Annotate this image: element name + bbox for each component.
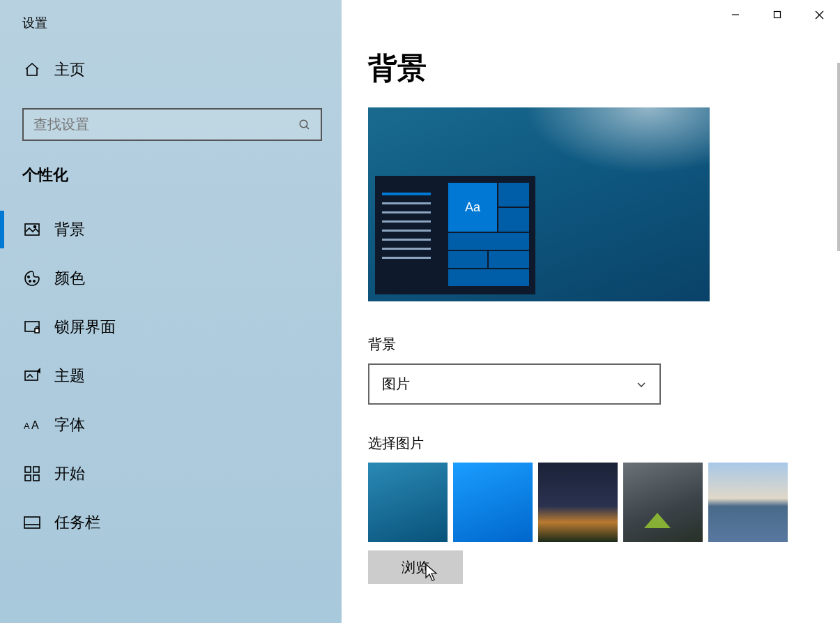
- thumbnail-2[interactable]: [453, 463, 533, 542]
- thumbnail-5[interactable]: [708, 463, 788, 542]
- taskbar-icon: [24, 514, 40, 531]
- nav-label: 颜色: [54, 268, 85, 289]
- nav-label: 任务栏: [54, 512, 100, 533]
- nav-label: 锁屏界面: [54, 317, 116, 338]
- svg-text:A: A: [31, 419, 39, 431]
- search-input[interactable]: [33, 117, 298, 133]
- nav-taskbar[interactable]: 任务栏: [0, 498, 342, 547]
- svg-point-7: [34, 226, 36, 228]
- desktop-preview: Aa: [368, 107, 710, 301]
- close-button[interactable]: [798, 0, 840, 29]
- start-icon: [24, 465, 40, 482]
- palette-icon: [24, 270, 40, 287]
- fonts-icon: AA: [24, 416, 40, 433]
- lockscreen-icon: [24, 319, 40, 336]
- sidebar: 设置 主页 个性化 背景: [0, 0, 342, 623]
- svg-point-9: [29, 280, 31, 282]
- picture-thumbnails: [368, 463, 807, 542]
- svg-point-4: [300, 120, 307, 128]
- svg-rect-18: [25, 475, 31, 481]
- thumbnail-4[interactable]: [623, 463, 703, 542]
- nav-fonts[interactable]: AA 字体: [0, 400, 342, 449]
- thumbnail-1[interactable]: [368, 463, 448, 542]
- background-dropdown[interactable]: 图片: [368, 363, 661, 405]
- scrollbar[interactable]: [837, 63, 840, 251]
- search-box[interactable]: [22, 108, 322, 141]
- nav-label: 开始: [54, 463, 85, 484]
- nav-background[interactable]: 背景: [0, 205, 342, 254]
- svg-rect-20: [24, 517, 40, 528]
- preview-tile-text: Aa: [448, 183, 497, 232]
- nav-label: 主题: [54, 366, 85, 386]
- chevron-down-icon: [636, 379, 647, 390]
- svg-rect-16: [25, 467, 31, 472]
- dropdown-value: 图片: [382, 375, 410, 393]
- themes-icon: [24, 368, 40, 384]
- nav-label: 背景: [54, 219, 85, 240]
- svg-text:A: A: [24, 421, 30, 431]
- app-title: 设置: [0, 3, 342, 51]
- background-field-label: 背景: [368, 335, 807, 354]
- minimize-button[interactable]: [715, 0, 756, 29]
- page-heading: 背景: [368, 49, 807, 88]
- window-controls: [715, 0, 840, 29]
- home-link[interactable]: 主页: [0, 51, 342, 89]
- nav-list: 背景 颜色 锁屏界面 主题: [0, 205, 342, 547]
- maximize-button[interactable]: [756, 0, 798, 29]
- nav-start[interactable]: 开始: [0, 449, 342, 498]
- svg-point-8: [28, 276, 29, 278]
- svg-rect-17: [33, 467, 39, 472]
- svg-line-5: [306, 126, 309, 129]
- svg-rect-19: [33, 475, 39, 481]
- picture-icon: [24, 221, 40, 238]
- svg-rect-1: [774, 12, 781, 18]
- choose-picture-label: 选择图片: [368, 434, 807, 453]
- nav-themes[interactable]: 主题: [0, 352, 342, 400]
- home-icon: [24, 61, 40, 78]
- browse-button[interactable]: 浏览: [368, 550, 463, 584]
- svg-point-10: [33, 280, 35, 282]
- home-label: 主页: [54, 59, 85, 80]
- svg-rect-12: [35, 329, 39, 333]
- content-pane: 背景 Aa 背景 图片: [342, 0, 840, 623]
- nav-colors[interactable]: 颜色: [0, 254, 342, 303]
- thumbnail-3[interactable]: [538, 463, 618, 542]
- section-title: 个性化: [0, 160, 342, 205]
- nav-label: 字体: [54, 414, 85, 435]
- search-icon: [298, 119, 311, 131]
- nav-lockscreen[interactable]: 锁屏界面: [0, 303, 342, 352]
